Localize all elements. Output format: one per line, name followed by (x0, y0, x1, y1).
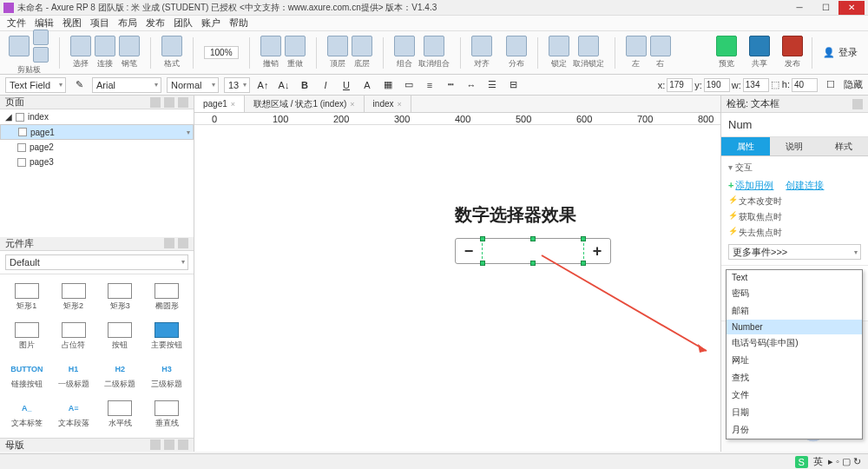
page-index[interactable]: ◢ index (0, 109, 194, 124)
event-获取焦点时[interactable]: 获取焦点时 (728, 209, 861, 225)
canvas[interactable]: 数字选择器效果 − + (194, 125, 720, 452)
tab-联想区域 / 状态1 (index)[interactable]: 联想区域 / 状态1 (index) × (245, 96, 365, 112)
选择-icon[interactable] (70, 36, 91, 56)
dropdown-option-Number[interactable]: Number (727, 320, 862, 334)
dropdown-option-文件[interactable]: 文件 (727, 386, 862, 404)
add-case-link[interactable]: 添加用例 (735, 180, 773, 190)
linewidth-icon[interactable]: ≡ (422, 77, 437, 93)
fontcolor-icon[interactable]: A (359, 77, 375, 93)
add-folder-icon[interactable] (164, 97, 174, 108)
stepper-field[interactable] (482, 239, 584, 263)
fontsize-select[interactable]: 13 (224, 77, 250, 93)
tab-index[interactable]: index × (365, 96, 411, 112)
lib-矩形3[interactable]: 矩形3 (99, 280, 142, 315)
hide-toggle[interactable]: ☐ (823, 77, 838, 93)
重做-icon[interactable] (285, 36, 306, 56)
lib-三级标题[interactable]: H3三级标题 (145, 358, 188, 393)
search-icon[interactable] (178, 97, 188, 108)
连接-icon[interactable] (95, 36, 115, 56)
dropdown-option-查找[interactable]: 查找 (727, 369, 862, 386)
dropdown-option-Text[interactable]: Text (727, 270, 862, 285)
copy-icon[interactable] (33, 30, 49, 45)
lib-文本段落[interactable]: A≡文本段落 (52, 397, 95, 433)
widget-type-select[interactable]: Text Field (5, 77, 66, 93)
weight-select[interactable]: Normal (167, 77, 219, 93)
share-icon[interactable] (749, 36, 770, 56)
inspector-tab-说明[interactable]: 说明 (770, 137, 819, 156)
cut-icon[interactable] (9, 36, 30, 56)
lib-图片[interactable]: 图片 (5, 319, 49, 354)
preview-icon[interactable] (716, 36, 737, 56)
lib-链接按钮[interactable]: BUTTON链接按钮 (5, 358, 49, 393)
minimize-button[interactable]: ─ (786, 1, 812, 15)
左-icon[interactable] (626, 36, 647, 56)
minus-button[interactable]: − (456, 242, 482, 261)
size-up-icon[interactable]: A↑ (255, 77, 271, 93)
paste-icon[interactable] (33, 47, 49, 63)
dropdown-option-邮箱[interactable]: 邮箱 (727, 302, 862, 320)
create-link-link[interactable]: 创建连接 (786, 179, 824, 192)
inspector-tab-样式[interactable]: 样式 (819, 137, 868, 156)
format-icon[interactable] (161, 36, 182, 56)
lib-矩形1[interactable]: 矩形1 (5, 280, 49, 315)
publish-icon[interactable] (782, 36, 803, 56)
lib-占位符[interactable]: 占位符 (52, 319, 95, 354)
钢笔-icon[interactable] (119, 36, 140, 56)
event-文本改变时[interactable]: 文本改变时 (728, 194, 861, 209)
bold-icon[interactable]: B (297, 77, 312, 93)
more-events-select[interactable]: 更多事件>>> (728, 244, 861, 260)
取消组合-icon[interactable] (424, 36, 444, 56)
linestyle-icon[interactable]: ┅ (443, 77, 458, 93)
page-page3[interactable]: page3 (0, 155, 194, 169)
menu-项目[interactable]: 项目 (90, 17, 109, 30)
dropdown-option-电话号码(非中国)[interactable]: 电话号码(非中国) (727, 334, 862, 352)
lib-menu-icon[interactable] (164, 238, 174, 248)
撤销-icon[interactable] (260, 36, 281, 56)
底层-icon[interactable] (352, 36, 372, 56)
lib-search-icon[interactable] (178, 238, 188, 248)
tab-page1[interactable]: page1 × (194, 96, 245, 112)
add-page-icon[interactable] (150, 97, 161, 108)
italic-icon[interactable]: I (318, 77, 333, 93)
menu-账户[interactable]: 账户 (201, 17, 220, 30)
page-page2[interactable]: page2 (0, 140, 194, 155)
h-input[interactable] (792, 78, 818, 92)
lib-二级标题[interactable]: H2二级标题 (99, 358, 142, 393)
取消锁定-icon[interactable] (578, 36, 599, 56)
brush-icon[interactable]: ✎ (71, 77, 87, 93)
border-icon[interactable]: ▭ (401, 77, 417, 93)
顶层-icon[interactable] (327, 36, 348, 56)
组合-icon[interactable] (394, 36, 415, 56)
w-input[interactable] (743, 78, 769, 92)
underline-icon[interactable]: U (339, 77, 354, 93)
align-icon[interactable] (471, 36, 492, 56)
x-input[interactable] (667, 78, 693, 92)
dropdown-option-网址[interactable]: 网址 (727, 352, 862, 369)
align-left-icon[interactable]: ☰ (484, 77, 500, 93)
lib-椭圆形[interactable]: 椭圆形 (145, 280, 188, 315)
page-page1[interactable]: page1 (0, 124, 194, 140)
锁定-icon[interactable] (549, 36, 569, 56)
event-失去焦点时[interactable]: 失去焦点时 (728, 225, 861, 241)
arrow-icon[interactable]: ↔ (464, 77, 479, 93)
distribute-icon[interactable] (506, 36, 527, 56)
inspector-tab-属性[interactable]: 属性 (721, 137, 770, 156)
ime-indicator[interactable]: S (795, 456, 808, 468)
interactions-section[interactable]: 交互 (728, 162, 861, 174)
dropdown-option-日期[interactable]: 日期 (727, 404, 862, 421)
plus-button[interactable]: + (584, 242, 610, 261)
menu-帮助[interactable]: 帮助 (229, 17, 248, 30)
close-button[interactable]: ✕ (838, 1, 865, 15)
lib-水平线[interactable]: 水平线 (99, 397, 142, 433)
y-input[interactable] (704, 78, 730, 92)
stepper-widget[interactable]: − + (455, 238, 611, 264)
lib-一级标题[interactable]: H1一级标题 (52, 358, 95, 393)
widget-name-field[interactable]: Num (721, 113, 868, 137)
maximize-button[interactable]: ☐ (812, 1, 838, 15)
valign-icon[interactable]: ⊟ (505, 77, 521, 93)
lib-文本标签[interactable]: A_文本标签 (5, 397, 49, 433)
zoom-select[interactable]: 100% (204, 46, 239, 59)
右-icon[interactable] (650, 36, 671, 56)
fill-icon[interactable]: ▦ (380, 77, 396, 93)
font-select[interactable]: Arial (92, 77, 161, 93)
